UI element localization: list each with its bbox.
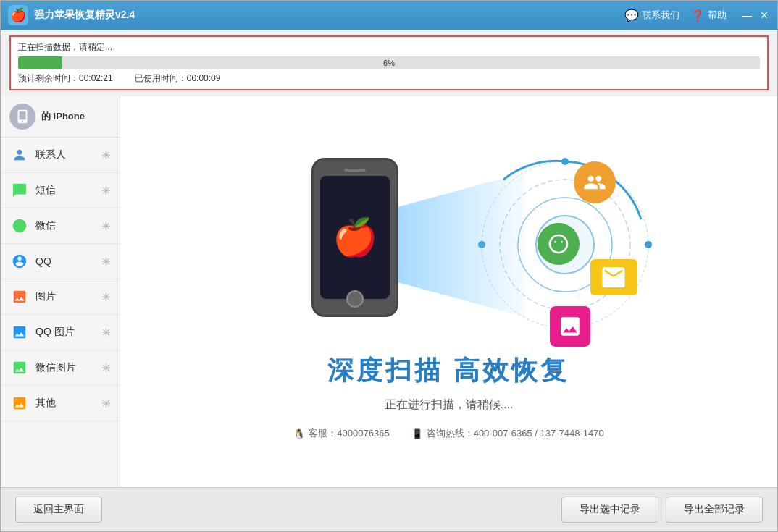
progress-times: 预计剩余时间：00:02:21 已使用时间：00:00:09: [18, 72, 760, 85]
wechat-photos-spinner: ✳: [101, 361, 111, 375]
app-title: 强力苹果恢复精灵v2.4: [34, 9, 624, 22]
email-float-icon: [590, 259, 637, 295]
progress-bar-fill: [18, 56, 62, 69]
sidebar-item-wechat-photos[interactable]: 微信图片 ✳: [1, 350, 120, 386]
penguin-icon: 🐧: [293, 428, 305, 439]
sms-spinner: ✳: [101, 184, 111, 198]
qq-photos-label: QQ 图片: [35, 326, 101, 339]
service-contact: 🐧 客服：4000076365: [293, 427, 389, 440]
export-buttons: 导出选中记录 导出全部记录: [561, 497, 763, 523]
sms-label: 短信: [35, 184, 101, 197]
wechat-spinner: ✳: [101, 219, 111, 233]
device-name: 的 iPhone: [41, 110, 85, 123]
titlebar: 🍎 强力苹果恢复精灵v2.4 💬 联系我们 ❓ 帮助 — ✕: [1, 1, 777, 30]
qq-icon: [9, 251, 30, 271]
sidebar: 的 iPhone 联系人 ✳ 短信 ✳: [1, 96, 120, 487]
wechat-photos-icon: [9, 358, 30, 378]
photos-spinner: ✳: [101, 290, 111, 304]
titlebar-actions: 💬 联系我们 ❓ 帮助: [624, 9, 727, 22]
sidebar-item-sms[interactable]: 短信 ✳: [1, 173, 120, 208]
main-content: 的 iPhone 联系人 ✳ 短信 ✳: [1, 96, 777, 487]
people-float-icon: [574, 161, 616, 203]
progress-bar-container: 6%: [18, 56, 760, 69]
wechat-float-icon: [538, 223, 580, 265]
contacts-label: 联系人: [35, 148, 101, 161]
progress-label: 正在扫描数据，请稍定...: [18, 41, 760, 54]
other-icon: [9, 393, 30, 413]
wechat-label: 微信: [35, 219, 101, 232]
wechat-icon: [9, 216, 30, 236]
scan-title: 深度扫描 高效恢复: [327, 353, 569, 389]
device-icon: [9, 104, 35, 130]
contacts-icon: [9, 145, 30, 165]
contacts-spinner: ✳: [101, 148, 111, 162]
sidebar-item-qq-photos[interactable]: QQ 图片 ✳: [1, 315, 120, 350]
progress-percent: 6%: [383, 59, 395, 67]
hotline-contact: 📱 咨询热线：400-007-6365 / 137-7448-1470: [411, 427, 604, 440]
phone-icon: 📱: [411, 428, 423, 439]
sidebar-item-contacts[interactable]: 联系人 ✳: [1, 138, 120, 173]
contact-info: 🐧 客服：4000076365 📱 咨询热线：400-007-6365 / 13…: [293, 427, 603, 440]
illustration-area: 🍎: [239, 143, 659, 346]
progress-area: 正在扫描数据，请稍定... 6% 预计剩余时间：00:02:21 已使用时间：0…: [9, 35, 769, 90]
scan-status: 正在进行扫描，请稍候....: [385, 397, 514, 413]
svg-point-8: [561, 158, 569, 165]
qq-label: QQ: [35, 256, 101, 267]
apple-logo-icon: 🍎: [332, 216, 377, 258]
question-icon: ❓: [690, 9, 705, 22]
sidebar-item-photos[interactable]: 图片 ✳: [1, 279, 120, 315]
phone-illustration: 🍎: [311, 158, 398, 317]
minimize-button[interactable]: —: [741, 9, 753, 21]
sms-icon: [9, 180, 30, 200]
qq-photos-spinner: ✳: [101, 326, 111, 339]
qq-spinner: ✳: [101, 255, 111, 269]
svg-point-6: [645, 241, 652, 248]
remaining-time: 预计剩余时间：00:02:21: [18, 72, 113, 85]
sidebar-item-other[interactable]: 其他 ✳: [1, 386, 120, 421]
right-panel: 🍎: [120, 96, 777, 487]
other-spinner: ✳: [101, 397, 111, 410]
qq-photos-icon: [9, 322, 30, 342]
device-header: 的 iPhone: [1, 96, 120, 138]
export-all-button[interactable]: 导出全部记录: [666, 497, 763, 523]
app-logo: 🍎: [8, 5, 28, 25]
photos-icon: [9, 287, 30, 307]
help-button[interactable]: ❓ 帮助: [690, 9, 727, 22]
back-button[interactable]: 返回主界面: [15, 497, 102, 523]
photos-label: 图片: [35, 290, 101, 303]
wechat-photos-label: 微信图片: [35, 361, 101, 374]
contact-us-button[interactable]: 💬 联系我们: [624, 9, 679, 22]
bottom-bar: 返回主界面 导出选中记录 导出全部记录: [1, 487, 777, 531]
elapsed-time: 已使用时间：00:00:09: [135, 72, 221, 85]
export-selected-button[interactable]: 导出选中记录: [561, 497, 658, 523]
window-controls: — ✕: [741, 9, 770, 21]
image-float-icon: [550, 306, 590, 347]
main-window: 🍎 强力苹果恢复精灵v2.4 💬 联系我们 ❓ 帮助 — ✕ 正在扫描数据，请稍…: [0, 0, 778, 532]
close-button[interactable]: ✕: [758, 9, 770, 21]
chat-icon: 💬: [624, 9, 639, 22]
sidebar-item-qq[interactable]: QQ ✳: [1, 244, 120, 279]
other-label: 其他: [35, 397, 101, 410]
sidebar-item-wechat[interactable]: 微信 ✳: [1, 208, 120, 244]
